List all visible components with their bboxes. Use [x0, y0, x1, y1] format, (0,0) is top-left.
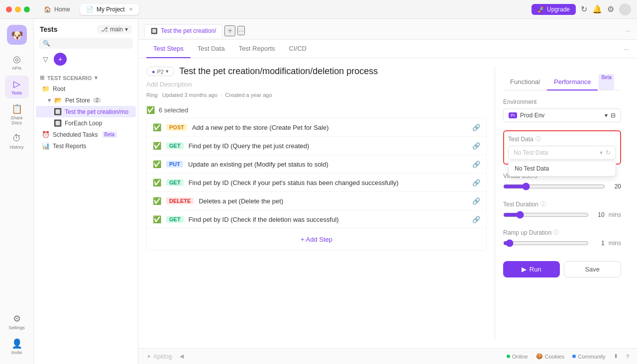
- step-item-3[interactable]: ✅ GET Find pet by ID (Check if your pet'…: [147, 174, 486, 192]
- tree-item-test-reports[interactable]: 📊 Test Reports: [36, 140, 136, 152]
- filter-button[interactable]: ▽: [39, 53, 52, 66]
- save-button[interactable]: Save: [564, 261, 622, 277]
- more-tabs-button[interactable]: ···: [237, 26, 245, 35]
- test-duration-value: 10: [593, 211, 605, 218]
- close-tab-icon[interactable]: ✕: [129, 6, 133, 12]
- step-check-icon: ✅: [153, 123, 161, 131]
- tab-functional[interactable]: Functional: [503, 74, 547, 91]
- test-data-placeholder: No Test Data: [514, 149, 548, 156]
- right-panel: Functional Performance Beta Environment …: [495, 66, 629, 340]
- sidebar-item-history[interactable]: ⏱ History: [5, 130, 29, 153]
- step-item-1[interactable]: ✅ GET Find pet by ID (Query the pet just…: [147, 137, 486, 155]
- upgrade-button[interactable]: 🚀 Upgrade: [531, 4, 576, 15]
- app-body: ◎ APIs ▷ Tests 📋 Share Docs ⏱ History ⚙ …: [0, 19, 637, 364]
- check-all-icon[interactable]: ✅: [146, 106, 155, 114]
- avatar[interactable]: [619, 3, 631, 15]
- collapse-button[interactable]: ◀: [180, 353, 184, 360]
- nav-test-data[interactable]: Test Data: [191, 40, 232, 58]
- bottom-bar: ✦ Apidog ◀ Online 🍪 Cookies Community ⬆ …: [138, 348, 637, 364]
- search-input[interactable]: [53, 40, 129, 47]
- test-duration-row: 10 mins: [503, 211, 621, 219]
- close-button[interactable]: [6, 6, 12, 12]
- add-tab-button[interactable]: +: [224, 25, 235, 36]
- priority-badge[interactable]: ● P2 ▾: [146, 67, 174, 76]
- branch-selector[interactable]: ⎇ main ▾: [97, 25, 132, 34]
- tab-icon: 🔲: [151, 28, 158, 34]
- step-item-0[interactable]: ✅ POST Add a new pet to the store (Creat…: [147, 118, 486, 137]
- link-icon[interactable]: 🔗: [472, 179, 480, 186]
- sidebar-item-invite[interactable]: 👤 Invite: [5, 335, 29, 358]
- test-duration-slider[interactable]: [503, 211, 589, 219]
- selected-count: 6 selected: [159, 106, 188, 114]
- sidebar-item-settings[interactable]: ⚙ Settings: [5, 310, 29, 333]
- link-icon[interactable]: 🔗: [472, 161, 480, 168]
- tab-bar-right[interactable]: ···: [626, 27, 631, 34]
- settings-button[interactable]: ⚙: [607, 4, 614, 14]
- project-tab[interactable]: 📄 My Project ✕: [80, 4, 139, 15]
- tab-performance[interactable]: Performance: [547, 74, 598, 91]
- help-button[interactable]: ?: [626, 354, 629, 360]
- nav-test-reports[interactable]: Test Reports: [232, 40, 282, 58]
- add-description[interactable]: Add Description: [146, 81, 487, 88]
- home-tab[interactable]: 🏠 Home: [38, 4, 76, 15]
- notification-button[interactable]: 🔔: [592, 4, 602, 14]
- link-icon[interactable]: 🔗: [472, 124, 480, 131]
- folder-icon: 📁: [42, 85, 50, 92]
- content-nav: Test Steps Test Data Test Reports CI/CD …: [138, 40, 637, 58]
- ramp-up-slider[interactable]: [503, 239, 589, 247]
- environment-select[interactable]: Pr Prod Env ▾ ⊟: [503, 108, 621, 122]
- toolbar-icons: ▽ +: [34, 53, 138, 70]
- run-button[interactable]: ▶ Run: [503, 261, 560, 277]
- virtual-users-value: 20: [609, 183, 621, 190]
- online-status[interactable]: Online: [507, 354, 528, 360]
- tree-item-root[interactable]: 📁 Root: [36, 83, 136, 94]
- add-step-button[interactable]: + Add Step: [147, 229, 486, 250]
- environment-section: Environment Pr Prod Env ▾ ⊟: [503, 98, 621, 122]
- history-icon: ⏱: [12, 133, 21, 144]
- tree-item-scheduled-tasks[interactable]: ⏰ Scheduled Tasks Beta: [36, 129, 136, 140]
- nav-cicd[interactable]: CI/CD: [282, 40, 314, 58]
- step-check-icon: ✅: [153, 179, 161, 186]
- link-icon[interactable]: 🔗: [472, 197, 480, 205]
- test-data-select-wrapper: No Test Data ▾ ↻ No Test Data: [508, 146, 616, 160]
- refresh-button[interactable]: ↻: [581, 4, 587, 14]
- nav-test-steps[interactable]: Test Steps: [146, 40, 191, 58]
- step-item-2[interactable]: ✅ PUT Update an existing pet (Modify pet…: [147, 155, 486, 174]
- virtual-users-slider[interactable]: [503, 182, 605, 190]
- tree-item-test-pet-creation[interactable]: 🔲 Test the pet creation/mo: [36, 106, 136, 117]
- maximize-button[interactable]: [24, 6, 30, 12]
- settings-icon[interactable]: ⊟: [611, 112, 616, 119]
- add-button[interactable]: +: [54, 53, 67, 66]
- test-duration-unit: mins: [609, 211, 621, 218]
- search-icon: 🔍: [43, 40, 50, 47]
- chevron-down-icon: ▾: [600, 149, 603, 156]
- test-scenario-header[interactable]: ⊞ Test Scenario ▾: [34, 72, 138, 83]
- community-dot: [572, 355, 576, 358]
- refresh-icon[interactable]: ↻: [606, 149, 611, 156]
- link-icon[interactable]: 🔗: [472, 216, 480, 223]
- sidebar-item-share-docs[interactable]: 📋 Share Docs: [5, 100, 29, 128]
- tree-item-foreach-loop[interactable]: 🔲 ForEach Loop: [36, 117, 136, 129]
- step-item-5[interactable]: ✅ GET Find pet by ID (Check if the delet…: [147, 210, 486, 229]
- step-item-4[interactable]: ✅ DELETE Deletes a pet (Delete the pet) …: [147, 192, 486, 210]
- left-panel: Tests ⎇ main ▾ 🔍 ▽ + ⊞ Test Scenario ▾: [34, 19, 138, 364]
- share-docs-icon: 📋: [11, 103, 22, 114]
- env-value: Prod Env: [520, 112, 544, 119]
- link-icon[interactable]: 🔗: [472, 142, 480, 150]
- test-title: Test the pet creation/modification/delet…: [179, 66, 378, 77]
- dropdown-no-test-data[interactable]: No Test Data: [509, 161, 616, 176]
- ramp-up-section: Ramp up Duration ⓘ 1 mins: [503, 229, 621, 249]
- minimize-button[interactable]: [15, 6, 21, 12]
- more-options-button[interactable]: ···: [624, 45, 629, 53]
- content-tab-bar: 🔲 Test the pet creation/ + ··· ···: [138, 19, 637, 40]
- pet-store-count: 2: [93, 97, 101, 103]
- sidebar-item-tests[interactable]: ▷ Tests: [5, 76, 29, 98]
- community-button[interactable]: Community: [572, 354, 606, 360]
- content-tab-pet-creation[interactable]: 🔲 Test the pet creation/: [144, 24, 222, 37]
- info-icon: ⓘ: [553, 229, 559, 236]
- sidebar-item-apis[interactable]: ◎ APIs: [5, 51, 29, 74]
- tree-item-pet-store[interactable]: ▾ 📂 Pet Store 2: [36, 94, 136, 106]
- test-data-select[interactable]: No Test Data ▾ ↻: [508, 146, 616, 160]
- cookies-button[interactable]: 🍪 Cookies: [536, 353, 565, 360]
- share-button[interactable]: ⬆: [614, 353, 618, 360]
